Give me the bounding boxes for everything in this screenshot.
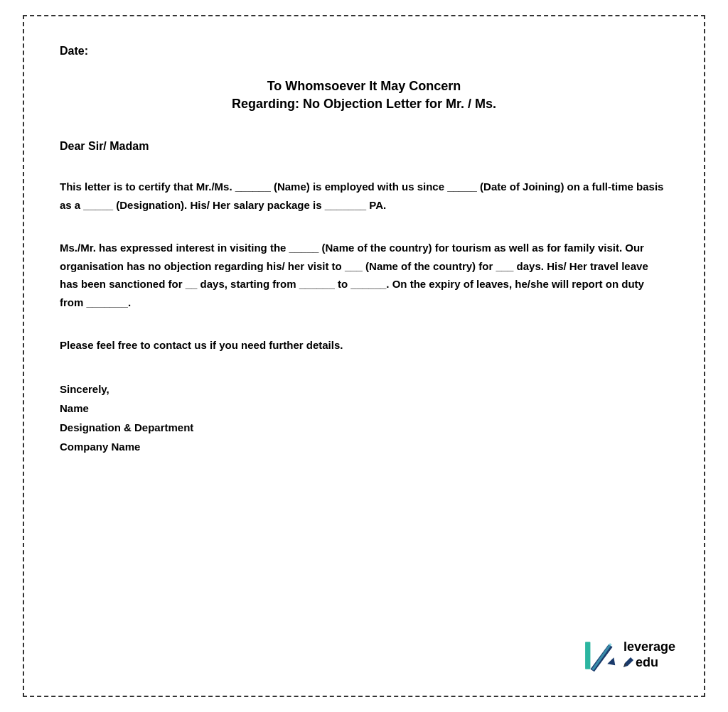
leverage-edu-logo-text: leverage edu xyxy=(623,640,675,670)
sig-designation: Designation & Department xyxy=(60,418,668,437)
page-wrapper: Date: To Whomsoever It May Concern Regar… xyxy=(0,0,728,712)
date-line: Date: xyxy=(60,45,668,58)
logo-area: leverage edu xyxy=(584,635,675,674)
paragraph-2: Ms./Mr. has expressed interest in visiti… xyxy=(60,239,668,311)
letter-container: Date: To Whomsoever It May Concern Regar… xyxy=(23,15,705,697)
signature-block: Sincerely, Name Designation & Department… xyxy=(60,379,668,456)
svg-marker-1 xyxy=(607,657,615,665)
paragraph-3: Please feel free to contact us if you ne… xyxy=(60,336,668,355)
header-title-line1: To Whomsoever It May Concern xyxy=(60,79,668,94)
header-title-line2: Regarding: No Objection Letter for Mr. /… xyxy=(60,97,668,112)
leverage-edu-logo-icon xyxy=(584,635,619,674)
paragraph-1: This letter is to certify that Mr./Ms. _… xyxy=(60,178,668,214)
sig-company: Company Name xyxy=(60,437,668,456)
sig-name: Name xyxy=(60,399,668,418)
svg-rect-0 xyxy=(585,642,590,669)
pencil-icon xyxy=(623,657,633,667)
salutation: Dear Sir/ Madam xyxy=(60,140,668,153)
letter-header: To Whomsoever It May Concern Regarding: … xyxy=(60,79,668,112)
closing-text: Sincerely, xyxy=(60,379,668,399)
